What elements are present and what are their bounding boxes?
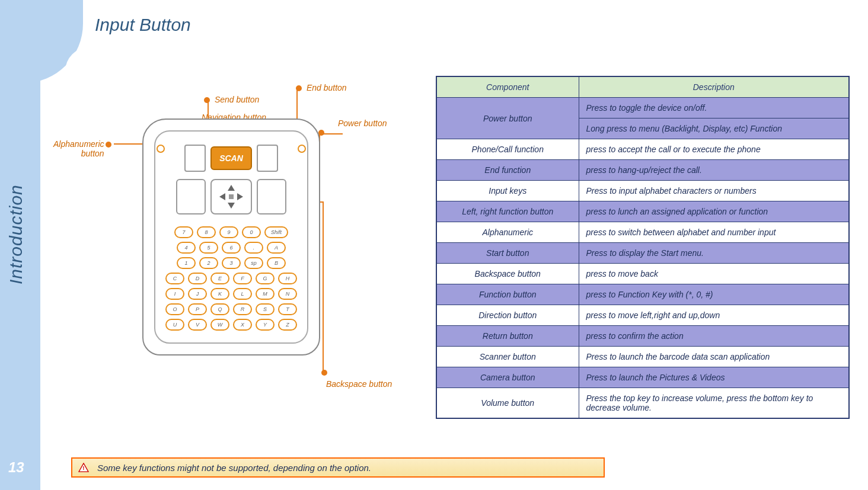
callout-send: Send button — [202, 95, 259, 104]
svg-marker-0 — [228, 185, 235, 191]
table-row: Start buttonPress to display the Start m… — [436, 243, 849, 264]
table-cell-component: Scanner button — [436, 347, 579, 367]
table-cell-description: press to confirm the action — [579, 326, 849, 347]
callout-end: End button — [293, 83, 347, 92]
table-cell-description: Press to launch the barcode data scan ap… — [579, 347, 849, 367]
callout-alpha-text1: Alphanumeric — [53, 139, 104, 149]
section-label: Introduction — [6, 184, 26, 284]
table-cell-description: Press the top key to increase volume, pr… — [579, 388, 849, 419]
mini-screen-icon — [184, 145, 206, 172]
spec-table: Component Description Power buttonPress … — [436, 76, 850, 419]
warning-bar: ! Some key functions might not be suppor… — [71, 457, 605, 478]
top-keys-row — [161, 179, 301, 219]
callout-alpha-text2: button — [81, 149, 104, 158]
callout-backspace-text: Backspace button — [326, 379, 392, 389]
device-outline: SCAN 7890Shift 456.A 123spB CDEFGH IJKLM… — [142, 119, 320, 356]
table-cell-component: Input keys — [436, 181, 579, 201]
table-cell-description: press to switch between alphabet and num… — [579, 222, 849, 243]
table-cell-component: Return button — [436, 326, 579, 347]
scan-button: SCAN — [210, 146, 252, 170]
table-row: Alphanumericpress to switch between alph… — [436, 222, 849, 243]
table-row: Function buttonpress to Function Key wit… — [436, 284, 849, 305]
table-cell-description: Long press to menu (Backlight, Display, … — [579, 119, 849, 139]
table-cell-component: Backspace button — [436, 264, 579, 284]
svg-marker-2 — [219, 193, 225, 200]
table-row: Power buttonPress to toggle the device o… — [436, 98, 849, 119]
table-cell-component: Start button — [436, 243, 579, 264]
page-number: 13 — [8, 459, 24, 476]
callout-end-text: End button — [307, 83, 347, 92]
table-row: Input keysPress to input alphabet charac… — [436, 181, 849, 201]
table-row: Direction buttonpress to move left,right… — [436, 305, 849, 326]
dpad-icon — [217, 182, 245, 211]
warning-icon: ! — [78, 463, 89, 472]
leader-line — [323, 201, 324, 370]
callout-power: Power button — [338, 119, 387, 128]
svg-marker-1 — [228, 203, 235, 209]
table-cell-description: press to accept the call or to execute t… — [579, 139, 849, 160]
callout-dot-icon — [106, 142, 111, 148]
table-cell-component: Direction button — [436, 305, 579, 326]
table-cell-component: Phone/Call function — [436, 139, 579, 160]
warning-text: Some key functions might not be supporte… — [97, 463, 371, 473]
callout-backspace: Backspace button — [326, 379, 392, 389]
table-cell-component: Alphanumeric — [436, 222, 579, 243]
table-row: Camera buttonPress to launch the Picture… — [436, 367, 849, 388]
callout-backspace-dot — [319, 367, 330, 377]
function-key-left — [176, 179, 206, 214]
table-cell-description: Press to display the Start menu. — [579, 243, 849, 264]
device-diagram: Send button End button Navigation button… — [83, 83, 415, 403]
table-cell-description: Press to launch the Pictures & Videos — [579, 367, 849, 388]
svg-text:!: ! — [82, 465, 84, 471]
screen-row: SCAN — [161, 143, 301, 173]
table-cell-description: press to move back — [579, 264, 849, 284]
mini-screen-icon — [257, 145, 278, 172]
table-cell-component: Left, right function button — [436, 201, 579, 222]
dpad — [210, 179, 252, 214]
table-cell-component: End function — [436, 160, 579, 181]
callout-dot-icon — [321, 370, 327, 376]
leader-line — [319, 133, 343, 134]
table-row: Backspace buttonpress to move back — [436, 264, 849, 284]
table-cell-component: Camera button — [436, 367, 579, 388]
table-cell-description: Press to input alphabet characters or nu… — [579, 181, 849, 201]
table-cell-description: press to lunch an assigned application o… — [579, 201, 849, 222]
table-cell-description: press to hang-up/reject the call. — [579, 160, 849, 181]
callout-power-text: Power button — [338, 119, 387, 128]
table-cell-description: press to Function Key with (*, 0, #) — [579, 284, 849, 305]
table-cell-description: Press to toggle the device on/off. — [579, 98, 849, 119]
table-cell-component: Function button — [436, 284, 579, 305]
table-cell-component: Power button — [436, 98, 579, 139]
table-header-description: Description — [579, 76, 849, 98]
svg-rect-4 — [229, 194, 234, 199]
table-row: Phone/Call functionpress to accept the c… — [436, 139, 849, 160]
page-title: Input Button — [95, 15, 191, 35]
table-row: Volume buttonPress the top key to increa… — [436, 388, 849, 419]
table-cell-component: Volume button — [436, 388, 579, 419]
callout-send-text: Send button — [215, 95, 260, 104]
table-header-component: Component — [436, 76, 579, 98]
callout-alpha: Alphanumeric button — [53, 139, 104, 158]
svg-marker-3 — [237, 193, 243, 200]
function-key-right — [257, 179, 286, 214]
table-cell-description: press to move left,right and up,down — [579, 305, 849, 326]
table-row: End functionpress to hang-up/reject the … — [436, 160, 849, 181]
keypad: 7890Shift 456.A 123spB CDEFGH IJKLMN OPQ… — [161, 226, 301, 337]
table-row: Scanner buttonPress to launch the barcod… — [436, 347, 849, 367]
table-row: Left, right function buttonpress to lunc… — [436, 201, 849, 222]
table-row: Return buttonpress to confirm the action — [436, 326, 849, 347]
callout-dot-icon — [204, 97, 210, 103]
